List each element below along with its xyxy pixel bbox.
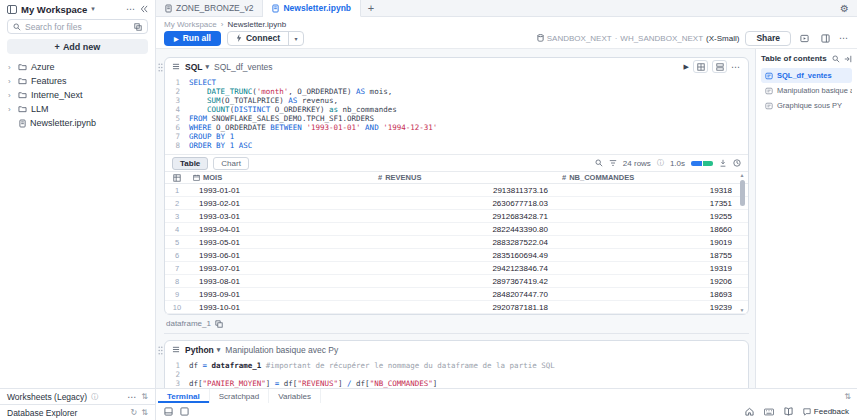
code-line[interactable]: 8ORDER BY 1 ASC bbox=[165, 141, 748, 150]
table-row[interactable]: 41993-04-012822443390.8018660 bbox=[165, 223, 748, 236]
docs-book-icon[interactable] bbox=[784, 407, 793, 416]
workspace-selector[interactable]: My Workspace ▾ ⋯ bbox=[0, 0, 155, 18]
results-table-tab[interactable]: Table bbox=[172, 157, 208, 170]
row-number-header[interactable] bbox=[165, 174, 189, 182]
tree-folder-llm[interactable]: › LLM bbox=[0, 102, 155, 116]
search-results-icon[interactable] bbox=[595, 159, 603, 167]
tab-newsletter[interactable]: Newsletter.ipynb bbox=[263, 0, 361, 17]
refresh-icon[interactable]: ↻ bbox=[131, 408, 138, 417]
code-line[interactable]: 3df["PANIER_MOYEN"] = df["REVENUS"] / df… bbox=[165, 379, 748, 388]
expand-panel-icon[interactable]: ⇅ bbox=[141, 392, 148, 401]
home-icon[interactable] bbox=[745, 407, 754, 416]
keyboard-icon[interactable] bbox=[764, 408, 774, 416]
breadcrumb-root[interactable]: My Workspace bbox=[164, 20, 217, 29]
download-icon[interactable] bbox=[719, 159, 727, 167]
tree-folder-features[interactable]: › Features bbox=[0, 74, 155, 88]
cell-drag-handle[interactable] bbox=[158, 63, 163, 72]
collapse-toc-icon[interactable] bbox=[844, 55, 852, 63]
code-line[interactable]: 1df = dataframe_1 #important de récupére… bbox=[165, 361, 748, 370]
tree-folder-azure[interactable]: › Azure bbox=[0, 60, 155, 74]
feedback-button[interactable]: Feedback bbox=[803, 407, 849, 416]
duration-meter[interactable] bbox=[691, 161, 713, 166]
table-cell: 1993-05-01 bbox=[189, 238, 374, 247]
python-code-editor[interactable]: 1df = dataframe_1 #important de récupére… bbox=[165, 358, 748, 388]
search-input[interactable] bbox=[25, 22, 130, 32]
toc-item-sql-df-ventes[interactable]: SQL_df_ventes bbox=[761, 68, 852, 83]
table-row[interactable]: 61993-06-012835160694.4918755 bbox=[165, 249, 748, 262]
history-clock-icon[interactable] bbox=[733, 159, 741, 167]
sql-language-selector[interactable]: SQL ▾ bbox=[185, 62, 209, 72]
tab-terminal[interactable]: Terminal bbox=[158, 389, 210, 403]
table-row[interactable]: 51993-05-012883287522.0419019 bbox=[165, 236, 748, 249]
code-line[interactable]: 3 SUM(O_TOTALPRICE) AS revenus, bbox=[165, 96, 748, 105]
tab-scratchpad[interactable]: Scratchpad bbox=[210, 389, 269, 403]
collapse-sidebar-icon[interactable] bbox=[140, 5, 148, 13]
worksheets-more-menu[interactable]: ⋯ bbox=[127, 392, 137, 402]
table-row[interactable]: 31993-03-012912683428.7119255 bbox=[165, 210, 748, 223]
scroll-up-icon[interactable]: ▲ bbox=[740, 172, 745, 178]
table-row[interactable]: 71993-07-012942123846.7419319 bbox=[165, 262, 748, 275]
panel-bottom-icon[interactable] bbox=[164, 407, 173, 416]
cell-divider[interactable] bbox=[164, 333, 749, 334]
share-button[interactable]: Share bbox=[745, 31, 791, 46]
tree-folder-interne-next[interactable]: › Interne_Next bbox=[0, 88, 155, 102]
layout-toggle-icon[interactable] bbox=[818, 31, 833, 46]
add-new-button[interactable]: + Add new bbox=[7, 39, 148, 54]
table-row[interactable]: 101993-10-012920787181.1819239 bbox=[165, 301, 748, 314]
code-line[interactable]: 2 DATE_TRUNC('month', O_ORDERDATE) AS mo… bbox=[165, 87, 748, 96]
table-cell: 1993-10-01 bbox=[189, 303, 374, 312]
code-line[interactable]: 6WHERE O_ORDERDATE BETWEEN '1993-01-01' … bbox=[165, 123, 748, 132]
run-all-button[interactable]: ▶ Run all bbox=[164, 31, 221, 46]
notebook-more-menu[interactable]: ⋯ bbox=[839, 33, 849, 43]
toc-item-manipulation-basique[interactable]: Manipulation basique av... bbox=[761, 83, 852, 98]
expand-panel-icon[interactable]: ⇅ bbox=[141, 408, 148, 417]
copy-icon[interactable] bbox=[215, 320, 223, 328]
sort-files-icon[interactable] bbox=[134, 23, 142, 31]
code-line[interactable]: 7GROUP BY 1 bbox=[165, 132, 748, 141]
tree-file-newsletter[interactable]: Newsletter.ipynb bbox=[0, 116, 155, 130]
toc-search-icon[interactable] bbox=[832, 55, 840, 63]
table-scrollbar[interactable]: ▲ ▼ bbox=[738, 172, 746, 313]
expand-panel-icon[interactable]: ⇅ bbox=[844, 392, 851, 401]
new-tab-button[interactable]: + bbox=[361, 0, 381, 16]
panel-right-icon[interactable] bbox=[180, 407, 189, 416]
python-cell-title[interactable]: Manipulation basique avec Py bbox=[225, 345, 338, 355]
scrollbar-thumb[interactable] bbox=[740, 180, 745, 206]
table-row[interactable]: 91993-09-012848207447.7018693 bbox=[165, 288, 748, 301]
connect-dropdown-arrow[interactable]: ▾ bbox=[288, 32, 303, 45]
database-explorer-panel[interactable]: Database Explorer ↻ ⇅ bbox=[0, 404, 155, 420]
code-line[interactable]: 4 COUNT(DISTINCT O_ORDERKEY) as nb_comma… bbox=[165, 105, 748, 114]
context-selector[interactable]: SANDBOX_NEXT · WH_SANDBOX_NEXT (X-Small) bbox=[537, 34, 740, 43]
toc-item-graphique-sous-py[interactable]: Graphique sous PY bbox=[761, 98, 852, 113]
table-cell: 4 bbox=[165, 225, 189, 234]
output-toggle-icon[interactable] bbox=[712, 60, 727, 73]
cell-more-menu[interactable]: ⋯ bbox=[731, 62, 741, 72]
code-line[interactable]: 1SELECT bbox=[165, 78, 748, 87]
code-line[interactable]: 5FROM SNOWFLAKE_SALES_DEMO.TPCH_SF1.ORDE… bbox=[165, 114, 748, 123]
expand-results-icon[interactable] bbox=[693, 60, 708, 73]
table-row[interactable]: 21993-02-012630677718.0317351 bbox=[165, 197, 748, 210]
run-cell-icon[interactable]: ▶ bbox=[684, 63, 689, 71]
connect-button[interactable]: Connect bbox=[228, 32, 288, 45]
cell-drag-handle[interactable] bbox=[158, 346, 163, 355]
filter-icon[interactable] bbox=[609, 159, 617, 167]
results-chart-tab[interactable]: Chart bbox=[213, 157, 249, 170]
tab-variables[interactable]: Variables bbox=[269, 389, 321, 403]
table-row[interactable]: 81993-08-012897367419.4219206 bbox=[165, 275, 748, 288]
column-header-mois[interactable]: MOIS bbox=[189, 173, 374, 182]
sql-code-editor[interactable]: 1SELECT2 DATE_TRUNC('month', O_ORDERDATE… bbox=[165, 75, 748, 154]
info-icon[interactable]: ⓘ bbox=[657, 158, 664, 168]
tab-zone-bronze[interactable]: ZONE_BRONZE_v2 bbox=[156, 0, 263, 16]
sidebar-more-menu[interactable]: ⋯ bbox=[126, 4, 136, 14]
scroll-down-icon[interactable]: ▼ bbox=[740, 307, 745, 313]
python-language-selector[interactable]: Python ▾ bbox=[185, 345, 220, 355]
column-header-nb-commandes[interactable]: # NB_COMMANDES bbox=[558, 173, 748, 182]
worksheets-legacy-panel[interactable]: Worksheets (Legacy) ⓘ ⋯ ⇅ bbox=[0, 388, 155, 404]
code-line[interactable]: 2 bbox=[165, 370, 748, 379]
table-row[interactable]: 11993-01-012913811373.1619318 bbox=[165, 184, 748, 197]
sql-cell-title[interactable]: SQL_df_ventes bbox=[214, 62, 273, 72]
presentation-mode-icon[interactable] bbox=[797, 31, 812, 46]
column-header-revenus[interactable]: # REVENUS bbox=[374, 173, 558, 182]
settings-gear-icon[interactable]: ⚙ bbox=[840, 3, 849, 14]
results-table-body: 11993-01-012913811373.161931821993-02-01… bbox=[165, 184, 748, 314]
